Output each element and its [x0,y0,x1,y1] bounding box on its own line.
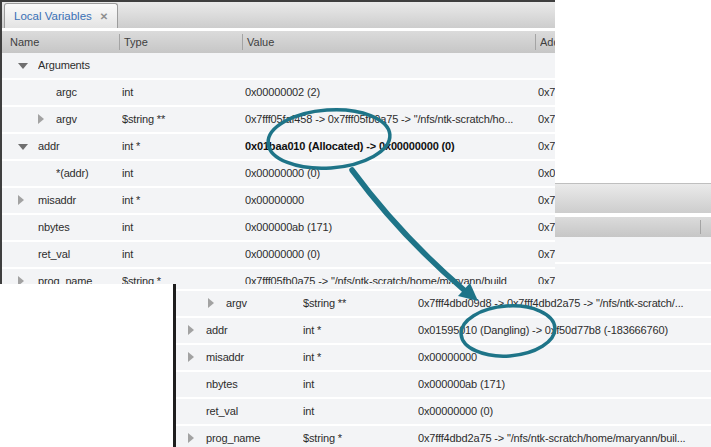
column-divider[interactable] [119,34,120,50]
expander-collapsed-icon[interactable] [188,352,194,362]
variable-value: 0x00000000 (0) [245,242,537,267]
table-row-nbytes[interactable]: nbytes int 0x000000ab (171) 0x7 [2,215,555,240]
variable-value: 0x7fff05fb0a75 -> "/nfs/ntk-scratch/home… [245,269,537,284]
variable-name: prog_name [38,269,120,284]
variable-name: prog_name [206,426,300,447]
variable-type: $string * [122,269,242,284]
variable-value: 0x00000002 (2) [245,80,537,105]
variable-name: misaddr [206,345,300,370]
variable-type: $string ** [122,107,242,132]
variable-value: 0x7fff4dbd2a75 -> "/nfs/ntk-scratch/home… [418,426,711,447]
variable-name: ret_val [38,242,120,267]
table-row-ret-val[interactable]: ret_val int 0x00000000 (0) [176,399,711,424]
variable-name: addr [38,134,120,159]
variable-type: int * [122,188,242,213]
table-row-misaddr[interactable]: misaddr int * 0x00000000 [176,345,711,370]
expander-collapsed-icon[interactable] [38,114,44,124]
variables-panel-before: Local Variables ✕ Name Type Value Add Ar… [0,0,555,284]
column-header-value[interactable]: Value [247,31,274,53]
variable-address: 0x7 [538,107,555,132]
variable-value: 0x00000000 [418,345,711,370]
expander-expanded-icon[interactable] [18,63,28,69]
variable-address: 0x7 [538,134,555,159]
variable-type: int [122,242,242,267]
table-row-argv[interactable]: argv $string ** 0x7fff05faf458 -> 0x7fff… [2,107,555,132]
variable-name: *(addr) [56,161,120,186]
table-row-misaddr[interactable]: misaddr int * 0x00000000 0x7 [2,188,555,213]
variable-address: 0x7 [538,242,555,267]
expander-expanded-icon[interactable] [18,144,28,150]
expander-collapsed-icon[interactable] [188,433,194,443]
variable-value: 0x00000000 (0) [245,161,537,186]
variable-value: 0x01595010 (Dangling) -> 0xf50d77b8 (-18… [418,318,711,343]
variable-rows: Arguments argc int 0x00000002 (2) 0x7 ar… [2,53,555,284]
variable-type: int [303,399,415,424]
variable-type: int [122,80,242,105]
variable-type: int [122,215,242,240]
variable-value: 0x7fff4dbd09d8 -> 0x7fff4dbd2a75 -> "/nf… [418,291,711,316]
variable-type: int [303,372,415,397]
column-divider[interactable] [700,220,701,234]
expander-collapsed-icon[interactable] [188,325,194,335]
column-divider[interactable] [535,34,536,50]
column-divider[interactable] [242,34,243,50]
table-row-argv[interactable]: argv $string ** 0x7fff4dbd09d8 -> 0x7fff… [176,291,711,316]
tab-local-variables[interactable]: Local Variables ✕ [4,3,118,28]
variable-name: argv [226,291,300,316]
variable-name: addr [206,318,300,343]
expander-collapsed-icon[interactable] [208,298,214,308]
variable-name: argv [56,107,120,132]
expander-collapsed-icon[interactable] [18,276,24,284]
table-row-addr[interactable]: addr int * 0x01595010 (Dangling) -> 0xf5… [176,318,711,343]
variable-address: 0x7 [538,188,555,213]
variable-type: int * [303,318,415,343]
table-row-ret-val[interactable]: ret_val int 0x00000000 (0) 0x7 [2,242,555,267]
variable-name: ret_val [206,399,300,424]
variable-value: 0x000000ab (171) [245,215,537,240]
variable-address: 0x0 [538,161,555,186]
expander-collapsed-icon[interactable] [18,195,24,205]
variable-address: 0x7 [538,269,555,284]
table-row-deref-addr[interactable]: *(addr) int 0x00000000 (0) 0x0 [2,161,555,186]
variable-value: 0x000000ab (171) [418,372,711,397]
tab-label: Local Variables [14,10,92,22]
variable-value: 0x00000000 [245,188,537,213]
variable-name: nbytes [206,372,300,397]
tab-bar: Local Variables ✕ [2,2,555,29]
variable-address: 0x7 [538,215,555,240]
variable-type: int * [122,134,242,159]
table-row-nbytes[interactable]: nbytes int 0x000000ab (171) [176,372,711,397]
variable-type: int * [303,345,415,370]
table-row-prog-name[interactable]: prog_name $string * 0x7fff05fb0a75 -> "/… [2,269,555,284]
variable-value: 0x00000000 (0) [418,399,711,424]
group-name: Arguments [38,53,120,78]
table-row-argc[interactable]: argc int 0x00000002 (2) 0x7 [2,80,555,105]
variable-type: $string * [303,426,415,447]
table-row-arguments[interactable]: Arguments [2,53,555,78]
column-header-type[interactable]: Type [124,31,148,53]
variable-type: int [122,161,242,186]
column-header-address[interactable]: Add [540,31,555,53]
variable-value-changed: 0x01baa010 (Allocated) -> 0x00000000 (0) [245,134,537,159]
variable-name: argc [56,80,120,105]
variable-address: 0x7 [538,80,555,105]
variable-name: nbytes [38,215,120,240]
table-row-addr[interactable]: addr int * 0x01baa010 (Allocated) -> 0x0… [2,134,555,159]
variable-value: 0x7fff05faf458 -> 0x7fff05fb0a75 -> "/nf… [245,107,537,132]
table-row-prog-name[interactable]: prog_name $string * 0x7fff4dbd2a75 -> "/… [176,426,711,447]
column-header-row: Name Type Value Add [2,31,555,53]
column-header-name[interactable]: Name [10,31,39,53]
variable-type: $string ** [303,291,415,316]
close-icon[interactable]: ✕ [100,11,108,22]
variable-name: misaddr [38,188,120,213]
